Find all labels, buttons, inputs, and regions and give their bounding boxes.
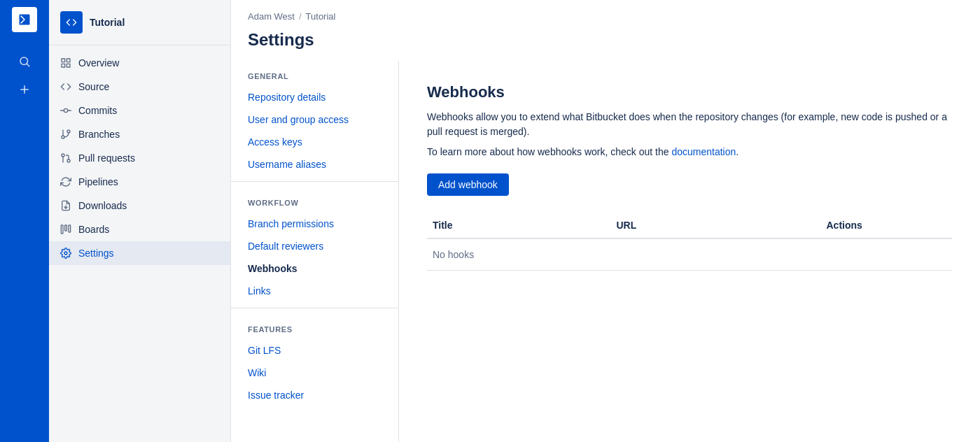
sidebar-item-downloads[interactable]: Downloads (49, 194, 230, 218)
sidebar-item-settings-label: Settings (78, 248, 114, 259)
sidebar-item-commits-label: Commits (78, 105, 117, 116)
sidebar-item-commits[interactable]: Commits (49, 99, 230, 122)
settings-nav-wiki[interactable]: Wiki (231, 362, 398, 384)
settings-nav-access-keys[interactable]: Access keys (231, 131, 398, 153)
sidebar-item-pipelines-label: Pipelines (78, 176, 118, 187)
settings-nav-links[interactable]: Links (231, 280, 398, 302)
sidebar-item-downloads-label: Downloads (78, 200, 127, 211)
webhooks-table: Title URL Actions No hooks (427, 213, 952, 271)
settings-section-features: FEATURES (231, 314, 398, 339)
webhooks-learn-prefix: To learn more about how webhooks work, c… (427, 146, 671, 157)
settings-nav-default-reviewers[interactable]: Default reviewers (231, 235, 398, 257)
breadcrumb-user[interactable]: Adam West (248, 11, 295, 22)
settings-nav-user-group-access[interactable]: User and group access (231, 108, 398, 131)
table-header-actions: Actions (821, 213, 953, 238)
repo-icon (60, 11, 83, 34)
sidebar-item-boards[interactable]: Boards (49, 218, 230, 241)
sidebar-item-pull-requests-label: Pull requests (78, 152, 135, 164)
svg-point-22 (64, 252, 67, 255)
svg-rect-21 (69, 225, 71, 232)
content-wrapper: GENERAL Repository details User and grou… (231, 61, 980, 442)
sidebar-item-boards-label: Boards (78, 224, 109, 235)
sidebar-item-overview-label: Overview (78, 57, 119, 69)
icon-bar (0, 0, 49, 442)
webhooks-title: Webhooks (427, 83, 952, 101)
svg-rect-5 (62, 59, 65, 62)
svg-line-2 (27, 64, 29, 66)
settings-nav-branch-permissions[interactable]: Branch permissions (231, 213, 398, 235)
svg-rect-8 (62, 64, 65, 67)
settings-divider-1 (231, 181, 398, 182)
sidebar-header: Tutorial (49, 0, 230, 45)
webhooks-description: Webhooks allow you to extend what Bitbuc… (427, 110, 952, 139)
svg-point-1 (20, 57, 28, 65)
sidebar-item-branches-label: Branches (78, 129, 120, 140)
sidebar-item-branches[interactable]: Branches (49, 122, 230, 146)
add-webhook-button[interactable]: Add webhook (427, 173, 509, 196)
main-content: Adam West / Tutorial Settings GENERAL Re… (231, 0, 980, 442)
repo-name: Tutorial (90, 17, 125, 28)
page-title: Settings (231, 27, 980, 61)
documentation-link[interactable]: documentation (671, 146, 736, 157)
svg-rect-7 (66, 64, 70, 67)
webhooks-learn-end: . (736, 146, 738, 157)
webhooks-learn-text: To learn more about how webhooks work, c… (427, 145, 952, 159)
sidebar-nav: Overview Source Commits Branches (49, 45, 230, 271)
breadcrumb: Adam West / Tutorial (231, 0, 980, 27)
svg-rect-19 (61, 225, 63, 234)
no-hooks-message: No hooks (427, 238, 952, 271)
svg-point-9 (64, 108, 67, 112)
sidebar-item-pull-requests[interactable]: Pull requests (49, 146, 230, 170)
settings-nav-webhooks[interactable]: Webhooks (231, 257, 398, 280)
table-row-empty: No hooks (427, 238, 952, 271)
settings-divider-2 (231, 308, 398, 308)
settings-sidebar: GENERAL Repository details User and grou… (231, 61, 399, 442)
breadcrumb-separator: / (299, 11, 302, 22)
webhooks-content: Webhooks Webhooks allow you to extend wh… (399, 61, 980, 442)
table-header-title: Title (427, 213, 611, 238)
table-header-url: URL (611, 213, 821, 238)
sidebar-item-pipelines[interactable]: Pipelines (49, 170, 230, 194)
sidebar-item-overview[interactable]: Overview (49, 51, 230, 75)
sidebar: Tutorial Overview Source Commits (49, 0, 231, 442)
search-icon-button[interactable] (12, 49, 37, 74)
settings-nav-repository-details[interactable]: Repository details (231, 86, 398, 108)
app-logo[interactable] (12, 7, 37, 32)
settings-section-general: GENERAL (231, 61, 398, 86)
sidebar-item-source-label: Source (78, 81, 109, 92)
settings-nav-issue-tracker[interactable]: Issue tracker (231, 384, 398, 406)
sidebar-item-source[interactable]: Source (49, 75, 230, 99)
settings-nav-git-lfs[interactable]: Git LFS (231, 339, 398, 362)
sidebar-item-settings[interactable]: Settings (49, 241, 230, 265)
svg-rect-20 (65, 225, 67, 231)
svg-rect-6 (66, 59, 70, 62)
settings-nav-username-aliases[interactable]: Username aliases (231, 153, 398, 176)
breadcrumb-repo[interactable]: Tutorial (306, 11, 336, 22)
settings-section-workflow: WORKFLOW (231, 187, 398, 213)
add-icon-button[interactable] (12, 77, 37, 102)
